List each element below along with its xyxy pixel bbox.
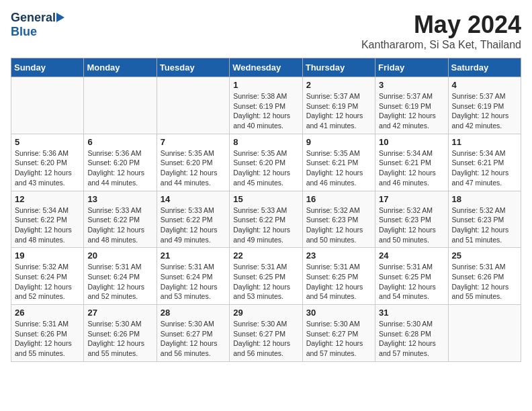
day-number: 31 bbox=[379, 308, 444, 318]
calendar-cell: 2Sunrise: 5:37 AM Sunset: 6:19 PM Daylig… bbox=[302, 77, 375, 134]
day-number: 8 bbox=[233, 137, 298, 147]
day-info: Sunrise: 5:37 AM Sunset: 6:19 PM Dayligh… bbox=[379, 91, 444, 131]
day-info: Sunrise: 5:34 AM Sunset: 6:21 PM Dayligh… bbox=[452, 148, 517, 188]
calendar-cell: 23Sunrise: 5:31 AM Sunset: 6:25 PM Dayli… bbox=[302, 248, 375, 305]
calendar-cell: 1Sunrise: 5:38 AM Sunset: 6:19 PM Daylig… bbox=[230, 77, 302, 134]
logo-blue-text: Blue bbox=[11, 25, 37, 38]
page-header: General Blue May 2024 Kanthararom, Si Sa… bbox=[11, 11, 521, 51]
day-number: 4 bbox=[452, 80, 517, 90]
day-info: Sunrise: 5:32 AM Sunset: 6:24 PM Dayligh… bbox=[15, 262, 80, 302]
calendar-cell: 22Sunrise: 5:31 AM Sunset: 6:25 PM Dayli… bbox=[230, 248, 302, 305]
day-info: Sunrise: 5:31 AM Sunset: 6:26 PM Dayligh… bbox=[15, 319, 80, 359]
calendar-week-row: 1Sunrise: 5:38 AM Sunset: 6:19 PM Daylig… bbox=[11, 77, 521, 134]
day-number: 12 bbox=[15, 194, 80, 204]
day-info: Sunrise: 5:33 AM Sunset: 6:22 PM Dayligh… bbox=[87, 205, 152, 245]
calendar-table: SundayMondayTuesdayWednesdayThursdayFrid… bbox=[11, 58, 521, 362]
calendar-cell: 4Sunrise: 5:37 AM Sunset: 6:19 PM Daylig… bbox=[448, 77, 521, 134]
day-number: 28 bbox=[161, 308, 226, 318]
day-info: Sunrise: 5:38 AM Sunset: 6:19 PM Dayligh… bbox=[233, 91, 298, 131]
day-info: Sunrise: 5:32 AM Sunset: 6:23 PM Dayligh… bbox=[306, 205, 371, 245]
calendar-header-row: SundayMondayTuesdayWednesdayThursdayFrid… bbox=[11, 58, 521, 77]
day-number: 1 bbox=[233, 80, 298, 90]
day-number: 13 bbox=[87, 194, 152, 204]
calendar-cell: 25Sunrise: 5:31 AM Sunset: 6:26 PM Dayli… bbox=[448, 248, 521, 305]
calendar-cell bbox=[11, 77, 84, 134]
calendar-cell: 18Sunrise: 5:32 AM Sunset: 6:23 PM Dayli… bbox=[448, 191, 521, 248]
calendar-week-row: 5Sunrise: 5:36 AM Sunset: 6:20 PM Daylig… bbox=[11, 134, 521, 191]
weekday-header: Friday bbox=[375, 58, 448, 77]
page-subtitle: Kanthararom, Si Sa Ket, Thailand bbox=[361, 39, 521, 51]
calendar-week-row: 26Sunrise: 5:31 AM Sunset: 6:26 PM Dayli… bbox=[11, 305, 521, 362]
day-number: 11 bbox=[452, 137, 517, 147]
day-info: Sunrise: 5:31 AM Sunset: 6:25 PM Dayligh… bbox=[379, 262, 444, 302]
weekday-header: Saturday bbox=[448, 58, 521, 77]
calendar-cell bbox=[84, 77, 157, 134]
day-number: 2 bbox=[306, 80, 371, 90]
day-info: Sunrise: 5:31 AM Sunset: 6:25 PM Dayligh… bbox=[233, 262, 298, 302]
calendar-cell: 10Sunrise: 5:34 AM Sunset: 6:21 PM Dayli… bbox=[375, 134, 448, 191]
calendar-cell: 12Sunrise: 5:34 AM Sunset: 6:22 PM Dayli… bbox=[11, 191, 84, 248]
calendar-cell: 7Sunrise: 5:35 AM Sunset: 6:20 PM Daylig… bbox=[157, 134, 229, 191]
day-info: Sunrise: 5:31 AM Sunset: 6:25 PM Dayligh… bbox=[306, 262, 371, 302]
calendar-cell: 6Sunrise: 5:36 AM Sunset: 6:20 PM Daylig… bbox=[84, 134, 157, 191]
weekday-header: Wednesday bbox=[230, 58, 302, 77]
day-info: Sunrise: 5:37 AM Sunset: 6:19 PM Dayligh… bbox=[452, 91, 517, 131]
calendar-cell: 9Sunrise: 5:35 AM Sunset: 6:21 PM Daylig… bbox=[302, 134, 375, 191]
day-number: 30 bbox=[306, 308, 371, 318]
day-info: Sunrise: 5:36 AM Sunset: 6:20 PM Dayligh… bbox=[15, 148, 80, 188]
day-number: 23 bbox=[306, 250, 371, 261]
calendar-cell: 3Sunrise: 5:37 AM Sunset: 6:19 PM Daylig… bbox=[375, 77, 448, 134]
day-number: 10 bbox=[379, 137, 444, 147]
day-info: Sunrise: 5:30 AM Sunset: 6:27 PM Dayligh… bbox=[161, 319, 226, 359]
calendar-week-row: 12Sunrise: 5:34 AM Sunset: 6:22 PM Dayli… bbox=[11, 191, 521, 248]
day-info: Sunrise: 5:32 AM Sunset: 6:23 PM Dayligh… bbox=[379, 205, 444, 245]
day-info: Sunrise: 5:34 AM Sunset: 6:22 PM Dayligh… bbox=[15, 205, 80, 245]
day-number: 19 bbox=[15, 250, 80, 261]
day-info: Sunrise: 5:34 AM Sunset: 6:21 PM Dayligh… bbox=[379, 148, 444, 188]
calendar-cell: 11Sunrise: 5:34 AM Sunset: 6:21 PM Dayli… bbox=[448, 134, 521, 191]
calendar-cell: 8Sunrise: 5:35 AM Sunset: 6:20 PM Daylig… bbox=[230, 134, 302, 191]
weekday-header: Monday bbox=[84, 58, 157, 77]
page-title: May 2024 bbox=[361, 11, 521, 39]
calendar-cell: 14Sunrise: 5:33 AM Sunset: 6:22 PM Dayli… bbox=[157, 191, 229, 248]
calendar-cell: 17Sunrise: 5:32 AM Sunset: 6:23 PM Dayli… bbox=[375, 191, 448, 248]
day-number: 17 bbox=[379, 194, 444, 204]
calendar-cell: 28Sunrise: 5:30 AM Sunset: 6:27 PM Dayli… bbox=[157, 305, 229, 362]
day-info: Sunrise: 5:31 AM Sunset: 6:24 PM Dayligh… bbox=[161, 262, 226, 302]
calendar-cell: 16Sunrise: 5:32 AM Sunset: 6:23 PM Dayli… bbox=[302, 191, 375, 248]
weekday-header: Thursday bbox=[302, 58, 375, 77]
day-number: 6 bbox=[87, 137, 152, 147]
day-info: Sunrise: 5:33 AM Sunset: 6:22 PM Dayligh… bbox=[233, 205, 298, 245]
calendar-cell: 15Sunrise: 5:33 AM Sunset: 6:22 PM Dayli… bbox=[230, 191, 302, 248]
day-number: 26 bbox=[15, 308, 80, 318]
calendar-cell bbox=[448, 305, 521, 362]
day-number: 9 bbox=[306, 137, 371, 147]
day-number: 20 bbox=[87, 250, 152, 261]
day-info: Sunrise: 5:33 AM Sunset: 6:22 PM Dayligh… bbox=[161, 205, 226, 245]
day-number: 7 bbox=[161, 137, 226, 147]
logo-arrow-icon bbox=[56, 13, 64, 22]
day-number: 5 bbox=[15, 137, 80, 147]
day-number: 29 bbox=[233, 308, 298, 318]
day-info: Sunrise: 5:30 AM Sunset: 6:27 PM Dayligh… bbox=[233, 319, 298, 359]
day-number: 24 bbox=[379, 250, 444, 261]
calendar-cell: 19Sunrise: 5:32 AM Sunset: 6:24 PM Dayli… bbox=[11, 248, 84, 305]
day-info: Sunrise: 5:35 AM Sunset: 6:21 PM Dayligh… bbox=[306, 148, 371, 188]
day-number: 22 bbox=[233, 250, 298, 261]
calendar-cell: 5Sunrise: 5:36 AM Sunset: 6:20 PM Daylig… bbox=[11, 134, 84, 191]
day-info: Sunrise: 5:30 AM Sunset: 6:28 PM Dayligh… bbox=[379, 319, 444, 359]
calendar-cell: 29Sunrise: 5:30 AM Sunset: 6:27 PM Dayli… bbox=[230, 305, 302, 362]
day-number: 3 bbox=[379, 80, 444, 90]
day-number: 21 bbox=[161, 250, 226, 261]
calendar-cell: 21Sunrise: 5:31 AM Sunset: 6:24 PM Dayli… bbox=[157, 248, 229, 305]
weekday-header: Tuesday bbox=[157, 58, 229, 77]
calendar-week-row: 19Sunrise: 5:32 AM Sunset: 6:24 PM Dayli… bbox=[11, 248, 521, 305]
day-number: 18 bbox=[452, 194, 517, 204]
calendar-cell: 26Sunrise: 5:31 AM Sunset: 6:26 PM Dayli… bbox=[11, 305, 84, 362]
calendar-cell: 30Sunrise: 5:30 AM Sunset: 6:27 PM Dayli… bbox=[302, 305, 375, 362]
day-info: Sunrise: 5:31 AM Sunset: 6:26 PM Dayligh… bbox=[452, 262, 517, 302]
day-number: 27 bbox=[87, 308, 152, 318]
day-number: 14 bbox=[161, 194, 226, 204]
day-info: Sunrise: 5:30 AM Sunset: 6:27 PM Dayligh… bbox=[306, 319, 371, 359]
calendar-cell: 20Sunrise: 5:31 AM Sunset: 6:24 PM Dayli… bbox=[84, 248, 157, 305]
